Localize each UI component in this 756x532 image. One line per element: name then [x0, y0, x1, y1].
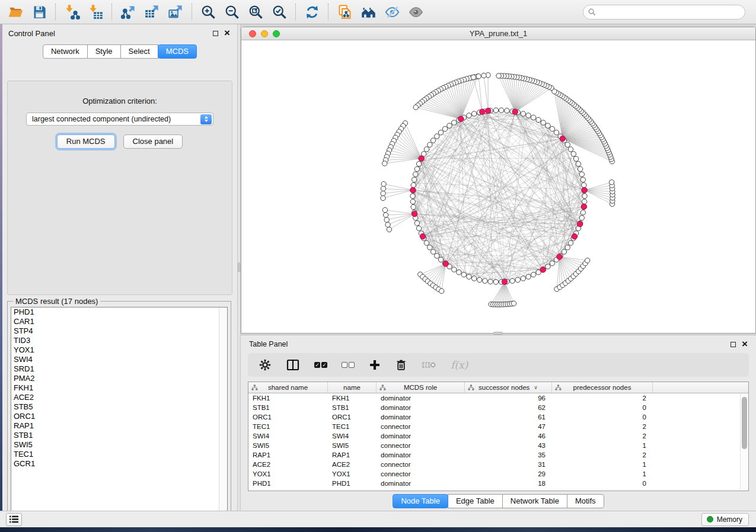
task-history-button[interactable] — [6, 513, 22, 526]
table-cell[interactable]: SWI4 — [248, 431, 328, 441]
table-cell[interactable]: FKH1 — [328, 393, 377, 403]
table-row[interactable]: ACE2ACE2connector311 — [248, 460, 748, 469]
table-cell[interactable]: connector — [377, 441, 465, 450]
select-all-button[interactable]: ✓ ✓ — [314, 362, 327, 368]
column-header-name[interactable]: name — [328, 382, 377, 393]
table-cell[interactable]: FKH1 — [248, 393, 328, 403]
export-image-button[interactable] — [164, 2, 187, 22]
zoom-out-button[interactable] — [220, 2, 244, 22]
table-cell[interactable]: 96 — [465, 393, 552, 403]
import-table-button[interactable] — [84, 2, 107, 22]
network-canvas[interactable] — [241, 40, 755, 333]
table-cell[interactable]: 2 — [552, 431, 653, 441]
table-row[interactable]: STB1STB1dominator620 — [248, 403, 748, 412]
table-cell[interactable]: dominator — [377, 403, 465, 412]
table-row[interactable]: PHD1PHD1dominator180 — [248, 479, 748, 488]
open-file-button[interactable] — [4, 2, 27, 22]
table-cell[interactable]: 0 — [552, 479, 653, 488]
table-row[interactable]: YOX1YOX1connector291 — [248, 469, 748, 479]
column-header-shared-name[interactable]: shared name — [248, 382, 328, 393]
table-cell[interactable]: 35 — [465, 450, 552, 460]
table-cell[interactable]: dominator — [377, 431, 465, 441]
column-header-MCDS-role[interactable]: MCDS role — [377, 382, 465, 393]
zoom-selected-button[interactable] — [267, 2, 291, 22]
delete-button[interactable] — [395, 358, 407, 371]
divider-grip[interactable] — [238, 262, 240, 272]
table-cell[interactable]: 0 — [552, 412, 653, 422]
table-cell[interactable]: SWI5 — [248, 441, 328, 450]
mcds-result-item[interactable]: RAP1 — [11, 421, 227, 431]
mcds-result-item[interactable]: STB5 — [11, 402, 227, 412]
memory-button[interactable]: Memory — [701, 513, 749, 526]
table-cell[interactable]: 1 — [552, 469, 653, 479]
tab-network[interactable]: Network — [43, 44, 88, 59]
table-cell[interactable]: connector — [377, 422, 465, 431]
mcds-result-item[interactable]: ACE2 — [11, 393, 227, 402]
table-cell[interactable]: 29 — [465, 469, 552, 479]
table-cell[interactable]: 47 — [465, 422, 552, 431]
table-cell[interactable]: YOX1 — [248, 469, 328, 479]
table-row[interactable]: RAP1RAP1dominator352 — [248, 450, 748, 460]
table-tab-network-table[interactable]: Network Table — [502, 494, 567, 508]
mcds-result-item[interactable]: GCR1 — [11, 459, 227, 469]
table-cell[interactable]: TEC1 — [248, 422, 328, 431]
table-cell[interactable]: 62 — [465, 403, 552, 412]
export-network-button[interactable] — [116, 2, 140, 22]
column-header-successor-nodes[interactable]: successor nodes∨ — [465, 382, 552, 393]
zoom-in-button[interactable] — [196, 2, 220, 22]
table-tab-motifs[interactable]: Motifs — [567, 494, 604, 508]
table-row[interactable]: SWI4SWI4dominator462 — [248, 431, 748, 441]
mcds-result-item[interactable]: STB1 — [11, 431, 227, 440]
table-row[interactable]: ORC1ORC1dominator610 — [248, 412, 748, 422]
table-cell[interactable]: STB1 — [248, 403, 328, 412]
close-panel-icon[interactable]: × — [224, 30, 230, 36]
mcds-list-scrollbar[interactable] — [219, 307, 227, 517]
clone-network-button[interactable] — [333, 2, 356, 22]
float-panel-icon[interactable] — [213, 31, 218, 36]
table-cell[interactable]: RAP1 — [328, 450, 377, 460]
split-columns-button[interactable] — [286, 358, 300, 371]
table-cell[interactable]: connector — [377, 460, 465, 469]
mcds-result-item[interactable]: SRD1 — [11, 364, 227, 374]
table-cell[interactable]: dominator — [377, 412, 465, 422]
tab-select[interactable]: Select — [120, 44, 158, 59]
mcds-result-item[interactable]: CAR1 — [11, 317, 227, 326]
table-cell[interactable]: ACE2 — [328, 460, 377, 469]
hide-selected-button[interactable] — [380, 2, 404, 22]
table-cell[interactable]: TEC1 — [328, 422, 377, 431]
table-cell[interactable]: SWI4 — [328, 431, 377, 441]
mcds-result-item[interactable]: TID3 — [11, 336, 227, 345]
table-cell[interactable]: YOX1 — [328, 469, 377, 479]
table-cell[interactable]: SWI5 — [328, 441, 377, 450]
table-cell[interactable]: connector — [377, 469, 465, 479]
close-panel-button[interactable]: Close panel — [123, 134, 183, 149]
export-table-button[interactable] — [140, 2, 164, 22]
mcds-result-item[interactable]: PHD1 — [11, 307, 227, 317]
zoom-fit-button[interactable] — [244, 2, 267, 22]
table-cell[interactable]: dominator — [377, 393, 465, 403]
table-row[interactable]: SWI5SWI5connector431 — [248, 441, 748, 450]
table-cell[interactable]: RAP1 — [248, 450, 328, 460]
table-cell[interactable]: dominator — [377, 450, 465, 460]
table-tab-node-table[interactable]: Node Table — [393, 494, 448, 508]
table-cell[interactable]: 2 — [552, 422, 653, 431]
mcds-result-item[interactable]: SWI4 — [11, 355, 227, 364]
table-cell[interactable]: 1 — [552, 460, 653, 469]
table-tab-edge-table[interactable]: Edge Table — [448, 494, 503, 508]
table-cell[interactable]: 61 — [465, 412, 552, 422]
table-cell[interactable]: 0 — [552, 403, 653, 412]
mcds-result-item[interactable]: STP4 — [11, 326, 227, 336]
table-cell[interactable]: ORC1 — [328, 412, 377, 422]
search-input[interactable] — [599, 8, 740, 16]
mcds-result-item[interactable]: TEC1 — [11, 450, 227, 459]
table-cell[interactable]: PHD1 — [328, 479, 377, 488]
table-cell[interactable]: PHD1 — [248, 479, 328, 488]
table-cell[interactable]: 18 — [465, 479, 552, 488]
table-cell[interactable]: 31 — [465, 460, 552, 469]
tab-style[interactable]: Style — [87, 44, 121, 59]
mcds-result-item[interactable]: YOX1 — [11, 345, 227, 355]
close-panel-icon[interactable]: × — [742, 341, 748, 347]
first-neighbors-button[interactable] — [356, 2, 380, 22]
optimization-criterion-select[interactable]: largest connected component (undirected) — [26, 113, 213, 126]
mcds-result-item[interactable]: SWI5 — [11, 440, 227, 450]
